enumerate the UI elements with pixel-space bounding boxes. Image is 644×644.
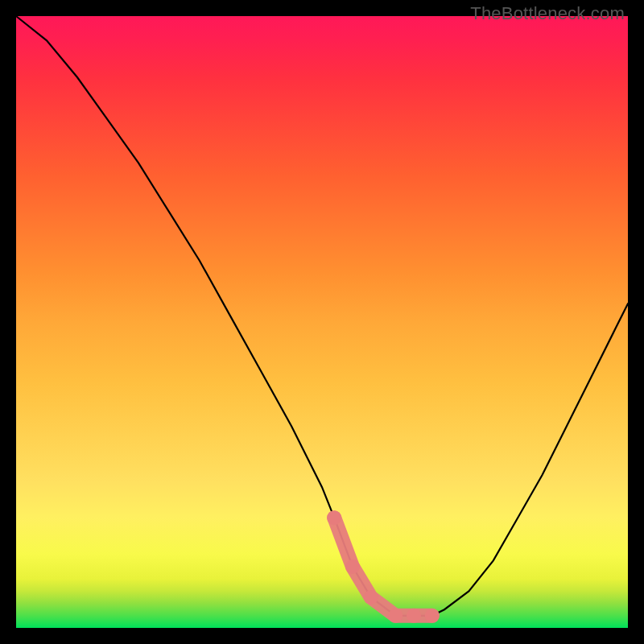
curve-layer <box>16 16 628 628</box>
bottleneck-curve <box>16 16 628 616</box>
trough-dot <box>327 510 341 525</box>
trough-dot <box>364 590 378 605</box>
trough-dot <box>388 609 402 623</box>
trough-dot <box>425 609 440 623</box>
trough-dot <box>345 559 360 574</box>
trough-dot <box>407 609 421 623</box>
